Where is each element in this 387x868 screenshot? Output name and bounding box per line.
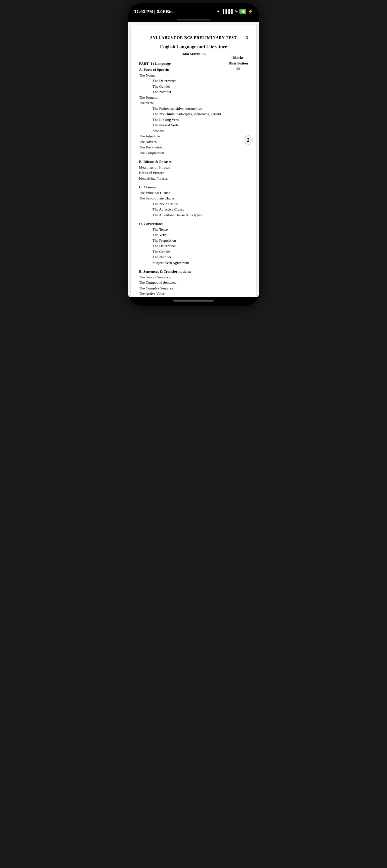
adjective-item: The Adjective: [139, 133, 248, 139]
clauses-item-3: The Adjective Clause: [152, 207, 248, 212]
sentences-item-1: The Compound Sentence: [139, 280, 248, 285]
sentences-item-2: The Complex Sentence: [139, 285, 248, 291]
sentences-item-3: The Active Voice: [139, 291, 248, 297]
corrections-item-2: The Preposition: [152, 238, 248, 243]
home-indicator[interactable]: [173, 300, 214, 302]
section-e-label: E. Sentences & Transformations:: [139, 269, 248, 274]
corrections-item-6: Subject-Verb Agreement: [152, 260, 248, 266]
corrections-item-4: The Gender: [152, 249, 248, 254]
section-c-label: C. Clauses:: [139, 184, 248, 190]
wifi-icon: ∿: [235, 9, 238, 14]
sentences-item-4: The Passive Voice: [139, 297, 248, 298]
marks-value: 20: [229, 66, 248, 71]
idioms-item-0: Meanings of Phrases: [139, 164, 248, 170]
idioms-item-2: Identifying Phrases: [139, 176, 248, 181]
battery-indicator: 45: [240, 9, 246, 14]
verb-item-3: The Phrasal Verb: [152, 122, 248, 128]
clauses-item-0: The Principal Clause: [139, 190, 248, 196]
status-left: 11:03 PM | 0.0KB/s: [134, 9, 173, 14]
adverb-item: The Adverb: [139, 139, 248, 145]
signal-icon: ▐▐▐▐: [221, 9, 233, 14]
noun-item-1: The Gender: [152, 84, 248, 89]
corrections-item-1: The Verb: [152, 232, 248, 238]
bluetooth-icon: ✦: [216, 9, 220, 14]
doc-title: English Language and Literature: [139, 43, 248, 50]
corrections-item-3: The Determiner: [152, 243, 248, 249]
verb-item-2: The Linking Verb: [152, 117, 248, 123]
notch-area: [128, 18, 259, 22]
idioms-item-1: Kinds of Phrases: [139, 170, 248, 176]
float-circle-2: 2: [243, 135, 253, 145]
verb-item-1: The Non-finite: participles, infinitives…: [152, 111, 248, 117]
verb-item-4: Modals: [152, 128, 248, 134]
noun-label: The Noun:: [139, 72, 248, 78]
verb-label: The Verb:: [139, 100, 248, 106]
conjunction-item: The Conjunction: [139, 150, 248, 156]
notch-bar: [177, 19, 210, 21]
document-scroll[interactable]: 3 2 SYLLABUS FOR BCS PRELIMINARY TEST En…: [128, 22, 259, 297]
status-bar: 11:03 PM | 0.0KB/s ✦ ▐▐▐▐ ∿ 45 ⚡: [128, 3, 259, 18]
preposition-item: The Preposition: [139, 145, 248, 150]
section-b-label: B. Idioms & Phrases:: [139, 159, 248, 164]
corrections-item-0: The Tense: [152, 227, 248, 232]
page-number-1: 3: [246, 35, 248, 41]
time-display: 11:03 PM | 0.0KB/s: [134, 9, 173, 14]
noun-item-2: The Number: [152, 89, 248, 95]
phone-frame: 11:03 PM | 0.0KB/s ✦ ▐▐▐▐ ∿ 45 ⚡ 3 2 SYL…: [128, 3, 259, 306]
marks-distribution-block: Marks Distribution 20: [229, 55, 248, 71]
clauses-item-2: The Noun Clause: [152, 201, 248, 207]
marks-label: Marks Distribution: [229, 55, 248, 66]
clauses-item-1: The Subordinate Clause:: [139, 195, 248, 201]
bottom-bar: [128, 297, 259, 306]
syllabus-title-1: SYLLABUS FOR BCS PRELIMINARY TEST: [139, 35, 248, 41]
page-1: 3 2 SYLLABUS FOR BCS PRELIMINARY TEST En…: [131, 25, 256, 297]
verb-item-0: The Finite: transitive, intransitive: [152, 106, 248, 112]
noun-item-0: The Determiner: [152, 78, 248, 84]
sentences-item-0: The Simple Sentence: [139, 274, 248, 280]
pronoun-item: The Pronoun: [139, 95, 248, 100]
charging-icon: ⚡: [248, 9, 253, 14]
clauses-item-4: The Adverbial Clause & its types: [152, 212, 248, 218]
status-right: ✦ ▐▐▐▐ ∿ 45 ⚡: [216, 9, 253, 14]
section-d-label: D. Corrections:: [139, 221, 248, 227]
page-header-1: SYLLABUS FOR BCS PRELIMINARY TEST: [139, 35, 248, 41]
corrections-item-5: The Number: [152, 254, 248, 260]
